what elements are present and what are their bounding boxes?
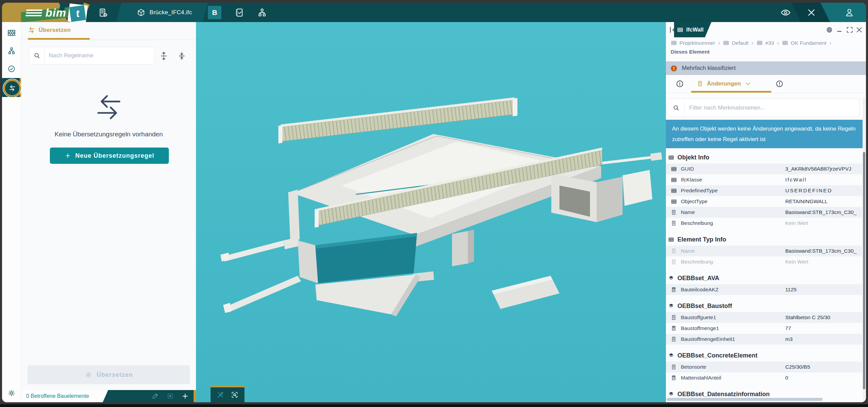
gear-icon <box>84 371 93 379</box>
viewport-toolbar <box>211 386 244 402</box>
property-row[interactable]: BaustoffmengeEinheit1m3 <box>666 334 862 345</box>
property-section-header[interactable]: OEBBset_Datensatzinformation <box>666 388 862 399</box>
section-title: Objekt Info <box>677 154 709 161</box>
menu-icon[interactable] <box>25 9 42 17</box>
tab-label: Änderungen <box>707 80 741 87</box>
viewport-3d[interactable] <box>196 22 666 402</box>
property-value: Basiswand:STB_173cm_C30_ <box>785 209 862 215</box>
tab-info-icon[interactable] <box>675 79 684 88</box>
tab-uebersetzen[interactable]: Übersetzen <box>28 22 71 38</box>
search-input[interactable] <box>45 52 154 59</box>
property-value: USERDEFINED <box>785 188 862 194</box>
properties-header: IfcWall <box>666 22 866 37</box>
top-bar: t bim Brücke_IFC4.ifc B <box>2 3 866 22</box>
property-label: Baustoffguete1 <box>681 314 785 321</box>
property-row[interactable]: NameBasiswand:STB_173cm_C30_ <box>666 246 862 256</box>
property-row[interactable]: NameBasiswand:STB_173cm_C30_ <box>666 207 862 218</box>
property-label: GUID <box>681 166 785 172</box>
alert-octagon-icon <box>670 64 678 72</box>
search-icon <box>29 47 45 64</box>
document-icon <box>671 220 681 226</box>
breadcrumb-label: #33 <box>765 40 774 46</box>
file-tab-content[interactable]: Brücke_IFC4.ifc <box>137 3 192 22</box>
element-class-label: IfcWall <box>686 27 704 33</box>
property-section-header[interactable]: OEBBset_AVA <box>666 272 862 284</box>
translate-button[interactable]: Übersetzen <box>27 365 190 384</box>
property-row[interactable]: BauteilcodeAKZ1125 <box>666 284 862 295</box>
paintbrush-icon[interactable] <box>152 392 159 400</box>
property-row[interactable]: BeschreibungKein Wert <box>666 256 862 267</box>
settings-gear-icon[interactable] <box>7 389 16 398</box>
notebook-check-icon[interactable] <box>234 7 244 18</box>
badge-check-icon[interactable] <box>7 64 16 73</box>
property-value: Stahlbeton C 25/30 <box>785 314 862 321</box>
layers-icon <box>668 275 674 282</box>
org-chart-icon[interactable] <box>257 7 267 18</box>
property-section: OEBBset_Datensatzinformation <box>666 388 862 399</box>
calculator-icon <box>671 287 681 293</box>
building-settings-icon[interactable] <box>98 7 108 18</box>
brick-wall-icon <box>671 188 681 194</box>
property-row[interactable]: Baustoffmenge177 <box>666 323 862 334</box>
breadcrumb-label: OK Fundament <box>791 40 826 46</box>
property-row[interactable]: IfcKlasseIfcWall <box>666 174 862 185</box>
plus-icon[interactable] <box>181 392 189 400</box>
breadcrumb-item[interactable]: Projektnummer <box>671 40 715 46</box>
expand-all-icon[interactable] <box>159 51 169 61</box>
breadcrumb-item[interactable]: Dieses Element <box>671 49 710 55</box>
close-icon[interactable] <box>855 26 863 34</box>
filter-input[interactable] <box>685 104 859 111</box>
breadcrumb-separator: › <box>777 40 779 46</box>
collapse-all-icon[interactable] <box>177 51 186 61</box>
new-translation-rule-button[interactable]: Neue Übersetzungsregel <box>50 148 169 164</box>
property-row[interactable]: BeschreibungKein Wert <box>666 218 862 229</box>
property-row[interactable]: ObjectTypeRETAININGWALL <box>666 196 862 207</box>
b-view-button[interactable]: B <box>208 6 221 19</box>
property-value: 77 <box>785 325 862 331</box>
minimize-icon[interactable] <box>835 26 844 34</box>
target-icon[interactable] <box>825 26 833 34</box>
hierarchy-icon[interactable] <box>7 46 16 55</box>
tools-icon[interactable] <box>216 391 224 399</box>
sidebar-item-translate[interactable] <box>3 79 22 98</box>
horizontal-scrollbar-thumb[interactable] <box>667 398 823 401</box>
property-value: IfcWall <box>785 177 862 183</box>
tab-alert-icon[interactable] <box>775 79 784 88</box>
property-row[interactable]: MattenstahlAnteil0 <box>666 372 862 383</box>
eye-icon[interactable] <box>780 7 791 18</box>
breadcrumb-label: Projektnummer <box>679 40 715 46</box>
property-row[interactable]: BetonsorteC25/30/B5 <box>666 362 862 372</box>
scan-search-icon[interactable] <box>231 391 239 399</box>
property-row[interactable]: PredefinedTypeUSERDEFINED <box>666 185 862 196</box>
property-section: OEBBset_BaustoffBaustoffguete1Stahlbeton… <box>666 300 862 345</box>
affected-elements-link[interactable]: 0 Betroffene Bauelemente <box>26 390 89 402</box>
property-row[interactable]: Baustoffguete1Stahlbeton C 25/30 <box>666 312 862 323</box>
marquee-select-icon[interactable] <box>166 392 174 400</box>
chevron-down-icon <box>744 80 752 88</box>
breadcrumb-item[interactable]: OK Fundament <box>782 40 826 46</box>
maximize-icon[interactable] <box>846 26 854 34</box>
property-section-header[interactable]: OEBBset_Baustoff <box>666 300 862 312</box>
user-icon[interactable] <box>844 7 855 18</box>
tab-aenderungen[interactable]: Änderungen <box>696 76 752 91</box>
breadcrumb-separator: › <box>829 40 831 46</box>
breadcrumb-item[interactable]: #33 <box>756 40 774 46</box>
property-label: BauteilcodeAKZ <box>681 287 785 293</box>
calculator-icon <box>671 375 681 381</box>
brick-wall-icon <box>668 236 674 243</box>
property-row[interactable]: GUID3_AKRk8V58AB87jrzeVPVJ <box>666 163 862 174</box>
layers-icon <box>668 352 674 359</box>
brick-wall-icon <box>782 40 788 46</box>
app-logo: t bim <box>2 3 90 24</box>
close-icon[interactable] <box>806 7 816 18</box>
brick-wall-icon[interactable] <box>7 28 16 38</box>
property-section-header[interactable]: OEBBset_ConcreteElement <box>666 349 862 362</box>
vertical-scrollbar-thumb[interactable] <box>863 152 865 389</box>
breadcrumb-item[interactable]: Default <box>723 40 748 46</box>
document-icon <box>671 248 681 254</box>
property-section-header[interactable]: Element Typ Info <box>666 233 862 246</box>
no-changes-note: An diesem Objekt werden keine Änderungen… <box>666 120 863 148</box>
property-section-header[interactable]: Objekt Info <box>666 151 862 163</box>
window-frame-edge <box>0 404 868 407</box>
property-section: Objekt InfoGUID3_AKRk8V58AB87jrzeVPVJIfc… <box>666 151 862 229</box>
